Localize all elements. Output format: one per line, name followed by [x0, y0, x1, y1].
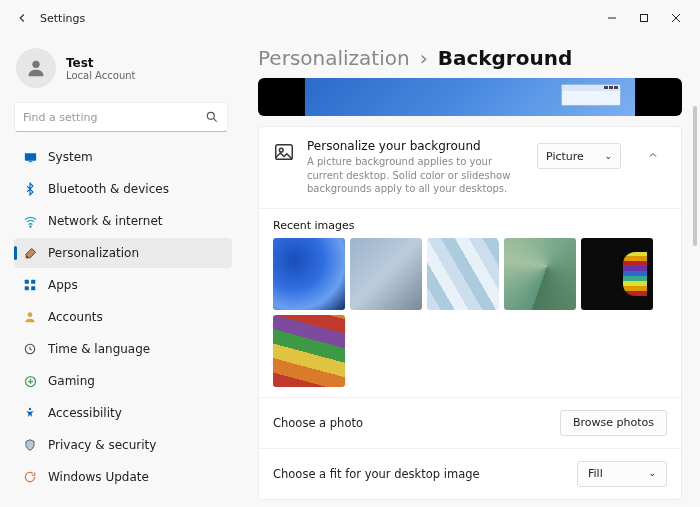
- svg-rect-11: [31, 286, 35, 290]
- svg-point-2: [32, 61, 39, 68]
- sidebar-item-system[interactable]: System: [14, 142, 232, 172]
- choose-photo-row: Choose a photo Browse photos: [259, 398, 681, 449]
- gaming-icon: [22, 373, 38, 389]
- sidebar-item-accessibility[interactable]: Accessibility: [14, 398, 232, 428]
- paintbrush-icon: [22, 245, 38, 261]
- svg-point-15: [29, 408, 31, 410]
- recent-image-thumb[interactable]: [427, 238, 499, 310]
- sidebar-item-apps[interactable]: Apps: [14, 270, 232, 300]
- sidebar-item-label: Gaming: [48, 374, 95, 388]
- collapse-button[interactable]: [639, 141, 667, 169]
- sidebar-item-label: Privacy & security: [48, 438, 156, 452]
- background-card: Personalize your background A picture ba…: [258, 126, 682, 500]
- sidebar-item-label: Windows Update: [48, 470, 149, 484]
- profile-subtitle: Local Account: [66, 70, 135, 81]
- sidebar-item-update[interactable]: Windows Update: [14, 462, 232, 492]
- fit-value: Fill: [588, 467, 603, 480]
- recent-images-section: Recent images: [259, 209, 681, 398]
- sidebar-item-label: Personalization: [48, 246, 139, 260]
- profile-block[interactable]: Test Local Account: [16, 48, 230, 88]
- update-icon: [22, 469, 38, 485]
- recent-image-thumb[interactable]: [504, 238, 576, 310]
- nav-list: System Bluetooth & devices Network & int…: [14, 142, 232, 492]
- recent-images-title: Recent images: [273, 219, 667, 232]
- sidebar-item-time-language[interactable]: Time & language: [14, 334, 232, 364]
- sidebar-item-label: Network & internet: [48, 214, 163, 228]
- sidebar-item-network[interactable]: Network & internet: [14, 206, 232, 236]
- sidebar-item-label: Accounts: [48, 310, 103, 324]
- search-icon: [205, 110, 219, 124]
- svg-rect-6: [28, 161, 32, 162]
- shield-icon: [22, 437, 38, 453]
- svg-point-17: [279, 148, 283, 152]
- person-icon: [22, 309, 38, 325]
- sidebar-item-label: System: [48, 150, 93, 164]
- card-title: Personalize your background: [307, 139, 525, 153]
- maximize-button[interactable]: [628, 4, 660, 32]
- sidebar-item-accounts[interactable]: Accounts: [14, 302, 232, 332]
- chevron-down-icon: ⌄: [604, 152, 612, 161]
- title-bar: Settings: [0, 0, 700, 36]
- background-type-dropdown[interactable]: Picture ⌄: [537, 143, 621, 169]
- breadcrumb-sep: ›: [420, 46, 428, 70]
- search-box[interactable]: [14, 102, 228, 132]
- sidebar-item-label: Apps: [48, 278, 78, 292]
- clock-icon: [22, 341, 38, 357]
- svg-point-3: [207, 112, 214, 119]
- page-title: Background: [438, 46, 573, 70]
- fit-dropdown[interactable]: Fill ⌄: [577, 461, 667, 487]
- profile-name: Test: [66, 56, 135, 70]
- svg-point-7: [29, 225, 30, 226]
- back-button[interactable]: [8, 4, 36, 32]
- close-button[interactable]: [660, 4, 692, 32]
- content-area: Personalization › Background Personalize…: [238, 36, 700, 507]
- sidebar-item-privacy[interactable]: Privacy & security: [14, 430, 232, 460]
- svg-rect-9: [31, 280, 35, 284]
- svg-rect-5: [24, 153, 35, 161]
- picture-icon: [273, 141, 295, 163]
- sidebar-item-personalization[interactable]: Personalization: [14, 238, 232, 268]
- sidebar-item-gaming[interactable]: Gaming: [14, 366, 232, 396]
- breadcrumb: Personalization › Background: [258, 46, 682, 70]
- svg-point-12: [28, 312, 33, 317]
- dropdown-value: Picture: [546, 150, 584, 163]
- choose-fit-row: Choose a fit for your desktop image Fill…: [259, 449, 681, 499]
- wifi-icon: [22, 213, 38, 229]
- chevron-down-icon: ⌄: [648, 469, 656, 478]
- sidebar-item-label: Accessibility: [48, 406, 122, 420]
- breadcrumb-parent[interactable]: Personalization: [258, 46, 410, 70]
- svg-rect-10: [25, 286, 29, 290]
- minimize-button[interactable]: [596, 4, 628, 32]
- desktop-preview: [258, 78, 682, 116]
- search-input[interactable]: [23, 111, 205, 124]
- sidebar-item-label: Bluetooth & devices: [48, 182, 169, 196]
- avatar: [16, 48, 56, 88]
- apps-icon: [22, 277, 38, 293]
- choose-photo-label: Choose a photo: [273, 416, 363, 430]
- recent-image-thumb[interactable]: [273, 238, 345, 310]
- sidebar: Test Local Account System Bluetooth & de…: [0, 36, 238, 507]
- display-icon: [22, 149, 38, 165]
- app-title: Settings: [40, 12, 85, 25]
- choose-fit-label: Choose a fit for your desktop image: [273, 467, 480, 481]
- sidebar-item-label: Time & language: [48, 342, 150, 356]
- recent-image-thumb[interactable]: [350, 238, 422, 310]
- svg-rect-8: [25, 280, 29, 284]
- accessibility-icon: [22, 405, 38, 421]
- browse-photos-button[interactable]: Browse photos: [560, 410, 667, 436]
- bluetooth-icon: [22, 181, 38, 197]
- recent-image-thumb[interactable]: [581, 238, 653, 310]
- recent-image-thumb[interactable]: [273, 315, 345, 387]
- sidebar-item-bluetooth[interactable]: Bluetooth & devices: [14, 174, 232, 204]
- svg-rect-1: [641, 15, 648, 22]
- card-description: A picture background applies to your cur…: [307, 155, 525, 196]
- scrollbar-thumb[interactable]: [693, 106, 697, 246]
- svg-line-4: [213, 118, 216, 121]
